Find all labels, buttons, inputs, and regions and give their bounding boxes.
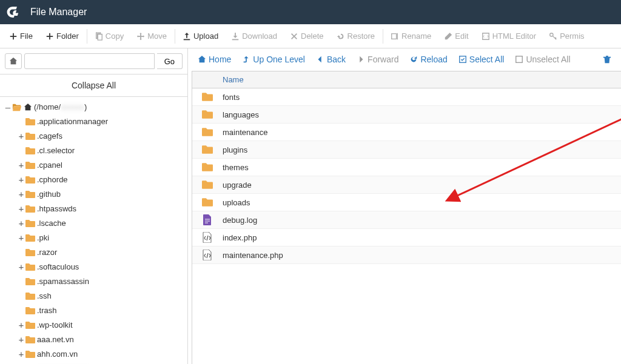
sidebar: Go Collapse All –(/home/xxxxxx).applicat…	[0, 48, 188, 364]
file-row[interactable]: uploads	[192, 194, 621, 211]
home-button[interactable]	[5, 53, 22, 69]
file-row[interactable]: debug.log	[192, 211, 621, 229]
tree-item[interactable]: +.cpanel	[17, 158, 187, 173]
tree-item[interactable]: +.htpasswds	[17, 202, 187, 216]
expand-icon[interactable]: +	[17, 130, 25, 142]
tree-item[interactable]: +.pki	[17, 231, 187, 245]
expand-icon[interactable]: +	[17, 217, 25, 230]
htmleditor-button: HTML Editor	[475, 28, 543, 44]
expand-icon[interactable]: +	[17, 261, 25, 273]
tree-item[interactable]: +.lscache	[17, 216, 187, 231]
folder-icon	[25, 147, 35, 155]
file-name: plugins	[217, 145, 247, 154]
file-name: maintenance	[217, 128, 267, 137]
expand-icon[interactable]: +	[17, 174, 25, 186]
file-row[interactable]: languages	[192, 106, 621, 124]
uplevel-icon	[242, 55, 250, 64]
folder-icon	[202, 144, 213, 155]
folder-icon	[25, 277, 35, 286]
delete-icon	[290, 32, 298, 41]
folder-open-icon	[12, 103, 22, 111]
expand-icon[interactable]: +	[17, 203, 25, 215]
tree-item[interactable]: +.cagefs	[17, 129, 187, 144]
folder-icon	[202, 162, 213, 173]
folder-icon	[25, 292, 35, 300]
tree-item-label: .htpasswds	[37, 203, 76, 215]
file-row[interactable]: index.php	[192, 229, 621, 247]
nav-label: Back	[327, 55, 346, 64]
cpanel-logo-icon	[6, 5, 21, 19]
upload-button[interactable]: Upload	[176, 28, 225, 44]
file-row[interactable]: upgrade	[192, 176, 621, 194]
expand-icon[interactable]: +	[17, 159, 25, 171]
folder-icon	[202, 127, 213, 137]
tree-item[interactable]: +xxxxxxxxxxxxxn	[17, 362, 187, 364]
file-name: fonts	[217, 93, 240, 102]
tree-item[interactable]: +.github	[17, 187, 187, 202]
folder-icon	[202, 91, 213, 102]
trash-button[interactable]	[598, 53, 616, 66]
file-name: debug.log	[217, 216, 257, 225]
path-input[interactable]	[24, 53, 155, 69]
tree-item-label: .cphorde	[37, 174, 68, 186]
edit-button: Edit	[438, 28, 475, 44]
nav-label: Unselect All	[526, 55, 570, 64]
expand-icon[interactable]: +	[17, 334, 25, 346]
folder-button[interactable]: Folder	[39, 28, 86, 44]
unselectall-button[interactable]: Unselect All	[510, 52, 575, 67]
download-icon	[231, 32, 240, 41]
tree-item-label: .lscache	[37, 217, 66, 230]
column-header-name[interactable]: Name	[192, 71, 621, 88]
file-row[interactable]: themes	[192, 159, 621, 176]
tree-item[interactable]: +.wp-toolkit	[17, 318, 187, 333]
home-button[interactable]: Home	[193, 52, 236, 67]
tree-item[interactable]: +.cphorde	[17, 173, 187, 187]
reload-button[interactable]: Reload	[404, 52, 452, 67]
app-header: File Manager	[0, 0, 621, 24]
file-row[interactable]: maintenance	[192, 124, 621, 141]
file-row[interactable]: fonts	[192, 88, 621, 106]
tree-item[interactable]: +ahh.com.vn	[17, 347, 187, 362]
home-icon	[198, 55, 206, 64]
path-bar: Go	[0, 48, 187, 74]
folder-icon	[25, 132, 35, 141]
file-row[interactable]: plugins	[192, 141, 621, 159]
expand-icon[interactable]: +	[17, 348, 25, 360]
tree-item[interactable]: .cl.selector	[17, 144, 187, 158]
file-button[interactable]: File	[3, 28, 39, 44]
go-button[interactable]: Go	[157, 53, 183, 69]
tree-item[interactable]: .ssh	[17, 289, 187, 303]
expand-icon[interactable]: +	[17, 319, 25, 331]
tree-root[interactable]: –(/home/xxxxxx)	[4, 100, 187, 114]
folder-icon	[202, 109, 213, 120]
permis-button: Permis	[543, 28, 591, 44]
trash-icon	[603, 55, 611, 64]
tree-item[interactable]: .applicationmanager	[17, 114, 187, 129]
reload-icon	[409, 55, 418, 64]
toolbar-label: Rename	[401, 31, 431, 41]
toolbar-label: Permis	[560, 31, 584, 41]
tree-item-label: .softaculous	[37, 261, 79, 273]
nav-label: Select All	[469, 55, 505, 64]
collapse-all-button[interactable]: Collapse All	[0, 74, 188, 97]
back-icon	[316, 55, 324, 64]
collapse-icon[interactable]: –	[4, 101, 12, 113]
selectall-button[interactable]: Select All	[454, 52, 509, 67]
expand-icon[interactable]: +	[17, 232, 25, 244]
expand-icon[interactable]: +	[17, 188, 25, 200]
tree-item[interactable]: +.softaculous	[17, 260, 187, 274]
tree-item[interactable]: .trash	[17, 303, 187, 318]
forward-button[interactable]: Forward	[352, 52, 403, 67]
folder-icon	[25, 263, 35, 271]
home-icon	[24, 103, 32, 111]
tree-item[interactable]: +aaa.net.vn	[17, 333, 187, 347]
unselectall-icon	[515, 55, 523, 64]
tree-item[interactable]: .razor	[17, 245, 187, 260]
folder-tree: –(/home/xxxxxx).applicationmanager+.cage…	[0, 96, 187, 364]
back-button[interactable]: Back	[311, 52, 351, 67]
file-row[interactable]: maintenance.php	[192, 247, 621, 264]
tree-item[interactable]: .spamassassin	[17, 274, 187, 289]
plus-icon	[45, 32, 54, 41]
toolbar-label: Move	[147, 31, 167, 41]
upone-button[interactable]: Up One Level	[237, 52, 310, 67]
